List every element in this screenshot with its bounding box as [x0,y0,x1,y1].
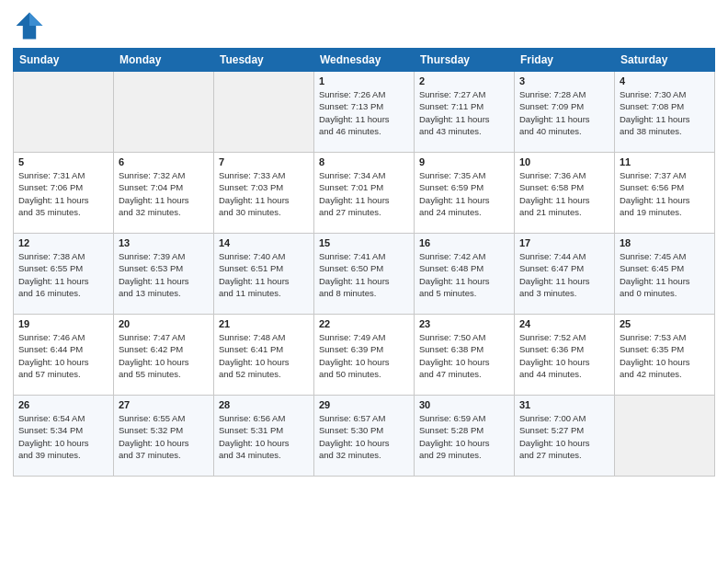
day-cell: 13Sunrise: 7:39 AM Sunset: 6:53 PM Dayli… [114,234,214,315]
page: SundayMondayTuesdayWednesdayThursdayFrid… [0,0,728,489]
day-number: 7 [219,156,309,167]
week-row-1: 1Sunrise: 7:26 AM Sunset: 7:13 PM Daylig… [14,72,715,153]
day-cell: 6Sunrise: 7:32 AM Sunset: 7:04 PM Daylig… [114,153,214,234]
day-cell: 10Sunrise: 7:36 AM Sunset: 6:58 PM Dayli… [515,153,615,234]
day-cell: 21Sunrise: 7:48 AM Sunset: 6:41 PM Dayli… [214,315,314,396]
day-cell: 11Sunrise: 7:37 AM Sunset: 6:56 PM Dayli… [615,153,715,234]
day-cell: 17Sunrise: 7:44 AM Sunset: 6:47 PM Dayli… [515,234,615,315]
header-day-tuesday: Tuesday [214,49,314,72]
day-number: 6 [119,156,209,167]
day-cell: 2Sunrise: 7:27 AM Sunset: 7:11 PM Daylig… [415,72,515,153]
day-cell: 12Sunrise: 7:38 AM Sunset: 6:55 PM Dayli… [14,234,114,315]
day-info: Sunrise: 7:40 AM Sunset: 6:51 PM Dayligh… [219,250,309,299]
day-number: 29 [319,399,409,410]
day-number: 10 [519,156,609,167]
week-row-4: 19Sunrise: 7:46 AM Sunset: 6:44 PM Dayli… [14,315,715,396]
day-number: 27 [119,399,209,410]
day-cell: 24Sunrise: 7:52 AM Sunset: 6:36 PM Dayli… [515,315,615,396]
day-cell: 26Sunrise: 6:54 AM Sunset: 5:34 PM Dayli… [14,396,114,477]
day-info: Sunrise: 7:38 AM Sunset: 6:55 PM Dayligh… [18,250,108,299]
day-info: Sunrise: 6:54 AM Sunset: 5:34 PM Dayligh… [18,412,108,461]
day-info: Sunrise: 6:56 AM Sunset: 5:31 PM Dayligh… [219,412,309,461]
header-day-monday: Monday [114,49,214,72]
day-cell [615,396,715,477]
header-day-friday: Friday [515,49,615,72]
day-info: Sunrise: 7:30 AM Sunset: 7:08 PM Dayligh… [620,88,710,137]
day-info: Sunrise: 7:00 AM Sunset: 5:27 PM Dayligh… [519,412,609,461]
day-info: Sunrise: 7:46 AM Sunset: 6:44 PM Dayligh… [18,331,108,380]
day-info: Sunrise: 7:27 AM Sunset: 7:11 PM Dayligh… [419,88,509,137]
day-info: Sunrise: 7:37 AM Sunset: 6:56 PM Dayligh… [620,169,710,218]
header-day-saturday: Saturday [615,49,715,72]
day-number: 15 [319,237,409,248]
day-cell: 8Sunrise: 7:34 AM Sunset: 7:01 PM Daylig… [314,153,415,234]
day-number: 3 [519,75,609,86]
header [13,9,715,42]
day-number: 5 [18,156,108,167]
day-number: 11 [620,156,710,167]
day-cell [14,72,114,153]
day-info: Sunrise: 6:57 AM Sunset: 5:30 PM Dayligh… [319,412,409,461]
day-cell: 23Sunrise: 7:50 AM Sunset: 6:38 PM Dayli… [415,315,515,396]
day-number: 4 [620,75,710,86]
day-info: Sunrise: 7:32 AM Sunset: 7:04 PM Dayligh… [119,169,209,218]
day-cell: 28Sunrise: 6:56 AM Sunset: 5:31 PM Dayli… [214,396,314,477]
logo [13,9,50,42]
day-cell: 15Sunrise: 7:41 AM Sunset: 6:50 PM Dayli… [314,234,415,315]
day-info: Sunrise: 6:55 AM Sunset: 5:32 PM Dayligh… [119,412,209,461]
day-number: 26 [18,399,108,410]
day-cell: 16Sunrise: 7:42 AM Sunset: 6:48 PM Dayli… [415,234,515,315]
day-cell: 14Sunrise: 7:40 AM Sunset: 6:51 PM Dayli… [214,234,314,315]
logo-icon [13,9,46,42]
week-row-2: 5Sunrise: 7:31 AM Sunset: 7:06 PM Daylig… [14,153,715,234]
day-number: 19 [18,318,108,329]
day-number: 31 [519,399,609,410]
day-number: 24 [519,318,609,329]
day-info: Sunrise: 7:45 AM Sunset: 6:45 PM Dayligh… [620,250,710,299]
day-cell: 25Sunrise: 7:53 AM Sunset: 6:35 PM Dayli… [615,315,715,396]
day-info: Sunrise: 6:59 AM Sunset: 5:28 PM Dayligh… [419,412,509,461]
day-info: Sunrise: 7:36 AM Sunset: 6:58 PM Dayligh… [519,169,609,218]
day-info: Sunrise: 7:35 AM Sunset: 6:59 PM Dayligh… [419,169,509,218]
day-number: 14 [219,237,309,248]
header-day-wednesday: Wednesday [314,49,415,72]
calendar-table: SundayMondayTuesdayWednesdayThursdayFrid… [13,48,715,477]
day-info: Sunrise: 7:49 AM Sunset: 6:39 PM Dayligh… [319,331,409,380]
day-info: Sunrise: 7:42 AM Sunset: 6:48 PM Dayligh… [419,250,509,299]
svg-marker-1 [29,13,42,26]
day-cell: 18Sunrise: 7:45 AM Sunset: 6:45 PM Dayli… [615,234,715,315]
day-info: Sunrise: 7:41 AM Sunset: 6:50 PM Dayligh… [319,250,409,299]
day-cell: 9Sunrise: 7:35 AM Sunset: 6:59 PM Daylig… [415,153,515,234]
day-cell: 4Sunrise: 7:30 AM Sunset: 7:08 PM Daylig… [615,72,715,153]
day-number: 20 [119,318,209,329]
day-number: 2 [419,75,509,86]
day-number: 21 [219,318,309,329]
day-info: Sunrise: 7:44 AM Sunset: 6:47 PM Dayligh… [519,250,609,299]
week-row-3: 12Sunrise: 7:38 AM Sunset: 6:55 PM Dayli… [14,234,715,315]
day-info: Sunrise: 7:48 AM Sunset: 6:41 PM Dayligh… [219,331,309,380]
day-info: Sunrise: 7:34 AM Sunset: 7:01 PM Dayligh… [319,169,409,218]
header-row: SundayMondayTuesdayWednesdayThursdayFrid… [14,49,715,72]
day-info: Sunrise: 7:39 AM Sunset: 6:53 PM Dayligh… [119,250,209,299]
day-info: Sunrise: 7:28 AM Sunset: 7:09 PM Dayligh… [519,88,609,137]
day-number: 12 [18,237,108,248]
day-cell: 3Sunrise: 7:28 AM Sunset: 7:09 PM Daylig… [515,72,615,153]
day-info: Sunrise: 7:53 AM Sunset: 6:35 PM Dayligh… [620,331,710,380]
day-info: Sunrise: 7:52 AM Sunset: 6:36 PM Dayligh… [519,331,609,380]
day-number: 13 [119,237,209,248]
day-cell: 27Sunrise: 6:55 AM Sunset: 5:32 PM Dayli… [114,396,214,477]
day-number: 1 [319,75,409,86]
day-number: 8 [319,156,409,167]
day-number: 9 [419,156,509,167]
week-row-5: 26Sunrise: 6:54 AM Sunset: 5:34 PM Dayli… [14,396,715,477]
header-day-sunday: Sunday [14,49,114,72]
day-cell: 7Sunrise: 7:33 AM Sunset: 7:03 PM Daylig… [214,153,314,234]
day-number: 30 [419,399,509,410]
day-cell [214,72,314,153]
day-number: 23 [419,318,509,329]
day-cell: 19Sunrise: 7:46 AM Sunset: 6:44 PM Dayli… [14,315,114,396]
day-cell: 31Sunrise: 7:00 AM Sunset: 5:27 PM Dayli… [515,396,615,477]
day-cell: 22Sunrise: 7:49 AM Sunset: 6:39 PM Dayli… [314,315,415,396]
day-info: Sunrise: 7:50 AM Sunset: 6:38 PM Dayligh… [419,331,509,380]
day-cell: 1Sunrise: 7:26 AM Sunset: 7:13 PM Daylig… [314,72,415,153]
